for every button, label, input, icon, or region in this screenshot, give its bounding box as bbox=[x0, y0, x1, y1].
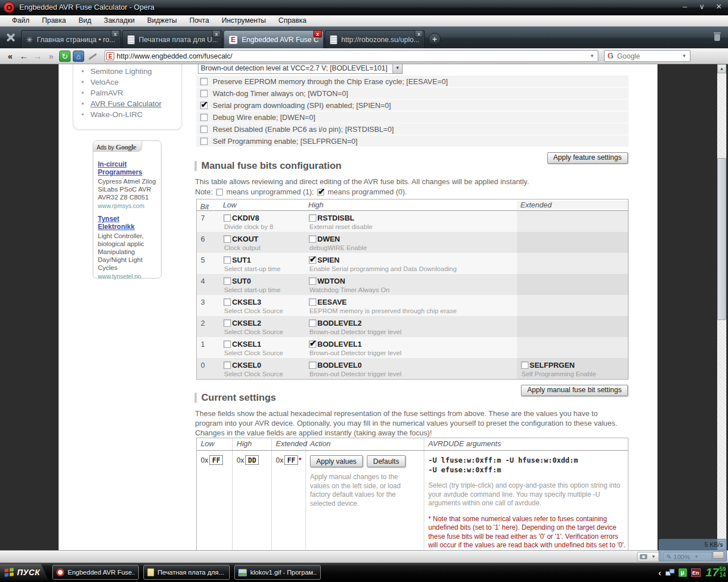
fuse-checkbox-CKOUT[interactable] bbox=[224, 235, 231, 243]
feature-checkbox[interactable] bbox=[200, 78, 208, 85]
tab-3[interactable]: EEngbedded AVR Fuse C...x bbox=[224, 30, 324, 48]
menu-item-Почта[interactable]: Почта bbox=[183, 15, 216, 26]
sidebar-item-label: AVR Fuse Calculator bbox=[90, 98, 162, 109]
apply-values-button[interactable]: Apply values bbox=[310, 455, 363, 467]
search-input[interactable] bbox=[617, 52, 680, 60]
tab-close-icon[interactable]: x bbox=[111, 30, 119, 38]
minimize-button[interactable]: – bbox=[680, 2, 689, 11]
scrollbar-thumb[interactable] bbox=[717, 158, 726, 320]
fuse-checkbox-RSTDISBL[interactable] bbox=[309, 214, 316, 222]
fuse-checkbox-DWEN[interactable] bbox=[309, 235, 316, 243]
closed-tabs-trash-icon[interactable] bbox=[713, 32, 721, 41]
high-fuse-input[interactable] bbox=[245, 455, 259, 465]
language-indicator[interactable]: En bbox=[691, 568, 701, 577]
address-input[interactable] bbox=[117, 52, 588, 60]
extended-fuse-input[interactable] bbox=[284, 455, 298, 465]
menu-item-Правка[interactable]: Правка bbox=[36, 15, 72, 26]
search-field[interactable]: G ▼ bbox=[604, 50, 690, 62]
fuse-name: CKSEL1 bbox=[232, 340, 261, 348]
bullet-icon: • bbox=[81, 66, 90, 77]
address-dropdown-icon[interactable]: ▼ bbox=[588, 53, 597, 59]
restore-button[interactable]: ∨ bbox=[697, 2, 706, 11]
fuse-checkbox-WDTON[interactable] bbox=[309, 277, 316, 285]
current-settings-description: These fields show the actual hexadecimal… bbox=[195, 409, 623, 438]
reload-button[interactable]: ↻ bbox=[59, 51, 71, 62]
menu-item-Закладки[interactable]: Закладки bbox=[98, 15, 141, 26]
fuse-cell: SELFPRGENSelf Programming Enable bbox=[517, 358, 629, 379]
tab-close-icon[interactable]: x bbox=[415, 30, 423, 38]
fuse-checkbox-CKSEL0[interactable] bbox=[224, 361, 231, 369]
fuse-checkbox-SUT0[interactable] bbox=[224, 277, 231, 285]
new-tab-button[interactable]: + bbox=[428, 33, 441, 45]
fuse-checkbox-SUT1[interactable] bbox=[224, 256, 231, 264]
tab-label: http://robozone.su/uplo... bbox=[341, 36, 420, 44]
home-button[interactable]: ⌂ bbox=[73, 51, 84, 62]
bodlevel-select[interactable]: Brown-out detection level at VCC=2.7 V; … bbox=[198, 64, 403, 74]
fuse-name: SELFPRGEN bbox=[530, 361, 574, 369]
ad-title-link[interactable]: In-circuit Programmers bbox=[98, 160, 156, 176]
apply-manual-fuse-bit-settings-button[interactable]: Apply manual fuse bit settings bbox=[521, 385, 628, 396]
feature-checkbox[interactable] bbox=[200, 126, 208, 133]
vertical-scrollbar[interactable]: ▲ ▼ bbox=[717, 64, 726, 550]
chevron-down-icon[interactable]: ▼ bbox=[392, 64, 402, 73]
fuse-row-bit-7: 7CKDIV8Divide clock by 8RSTDISBLExternal… bbox=[197, 211, 628, 232]
tab-close-icon[interactable]: x bbox=[212, 30, 221, 38]
fuse-checkbox-CKSEL3[interactable] bbox=[224, 298, 231, 306]
network-icon[interactable] bbox=[665, 569, 675, 576]
note-pencil-icon[interactable] bbox=[87, 51, 98, 62]
feature-checkbox[interactable] bbox=[200, 138, 208, 145]
fuse-checkbox-BODLEVEL1[interactable] bbox=[309, 340, 316, 348]
address-field[interactable]: E ▼ bbox=[105, 50, 598, 62]
start-button[interactable]: ПУСК bbox=[0, 564, 49, 581]
fuse-checkbox-CKDIV8[interactable] bbox=[224, 214, 231, 222]
ad-title-link[interactable]: Tynset Elektronikk bbox=[98, 215, 156, 231]
fuse-row-bit-4: 4SUT0Select start-up timeWDTONWatchdog T… bbox=[197, 274, 628, 295]
scroll-up-button[interactable]: ▲ bbox=[717, 64, 726, 73]
low-fuse-input[interactable] bbox=[209, 455, 223, 465]
fuse-cell: CKSEL1Select Clock Source bbox=[220, 337, 305, 358]
sidebar-item-Semitone Lighting[interactable]: •Semitone Lighting bbox=[73, 66, 181, 77]
fuse-checkbox-BODLEVEL2[interactable] bbox=[309, 319, 316, 327]
taskbar-button-3[interactable]: klokov1.gif - Програм... bbox=[234, 565, 321, 580]
menu-item-Вид[interactable]: Вид bbox=[72, 15, 98, 26]
close-button[interactable]: ✕ bbox=[714, 2, 723, 11]
fuse-checkbox-SELFPRGEN[interactable] bbox=[521, 361, 528, 369]
sidebar-item-Wake-On-LIRC[interactable]: •Wake-On-LIRC bbox=[73, 109, 181, 120]
search-engine-dropdown-icon[interactable]: ▼ bbox=[680, 53, 689, 59]
sidebar-item-PalmAVR[interactable]: •PalmAVR bbox=[73, 88, 181, 98]
apply-feature-settings-button[interactable]: Apply feature settings bbox=[547, 152, 628, 164]
fast-forward-button[interactable]: » bbox=[44, 51, 58, 61]
tray-expand-icon[interactable]: ‹ bbox=[659, 568, 661, 577]
panels-toggle-button[interactable] bbox=[1, 29, 20, 47]
feature-row: Serial program downloading (SPI) enabled… bbox=[196, 99, 628, 111]
sidebar-item-label: Semitone Lighting bbox=[90, 66, 152, 77]
fuse-checkbox-EESAVE[interactable] bbox=[309, 298, 316, 306]
defaults-button[interactable]: Defaults bbox=[367, 455, 406, 467]
image-toggle-control[interactable]: ▼ bbox=[637, 552, 661, 562]
tab-4[interactable]: http://robozone.su/uplo...x bbox=[325, 30, 425, 48]
feature-checkbox[interactable] bbox=[200, 102, 208, 109]
feature-checkbox[interactable] bbox=[200, 114, 208, 121]
tab-2[interactable]: Печатная плата для U...x bbox=[122, 30, 222, 48]
menu-item-Справка[interactable]: Справка bbox=[272, 15, 313, 26]
menu-item-Файл[interactable]: Файл bbox=[6, 15, 36, 26]
fuse-BODLEVEL1: BODLEVEL1Brown-out Detector trigger leve… bbox=[305, 337, 517, 356]
back-button[interactable]: ← bbox=[17, 51, 31, 61]
tab-close-icon[interactable]: x bbox=[313, 30, 322, 38]
menu-item-Инструменты[interactable]: Инструменты bbox=[216, 15, 272, 26]
taskbar-button-1[interactable]: Engbedded AVR Fuse... bbox=[52, 565, 139, 580]
fuse-checkbox-CKSEL1[interactable] bbox=[224, 340, 231, 348]
tab-1[interactable]: ✳Главная страница • ro...x bbox=[21, 30, 121, 48]
utorrent-icon[interactable]: µ bbox=[679, 568, 687, 577]
fuse-name: SUT0 bbox=[232, 277, 251, 285]
forward-button[interactable]: → bbox=[31, 51, 44, 61]
rewind-button[interactable]: « bbox=[3, 51, 17, 61]
sidebar-item-AVR Fuse Calculator[interactable]: •AVR Fuse Calculator bbox=[73, 98, 181, 109]
menu-item-Виджеты[interactable]: Виджеты bbox=[141, 15, 183, 26]
fuse-checkbox-SPIEN[interactable] bbox=[309, 256, 316, 264]
feature-checkbox[interactable] bbox=[200, 90, 208, 97]
fuse-checkbox-CKSEL2[interactable] bbox=[224, 319, 231, 327]
taskbar-button-2[interactable]: Печатная плата для... bbox=[143, 565, 230, 580]
fuse-checkbox-BODLEVEL0[interactable] bbox=[309, 361, 316, 369]
sidebar-item-VeloAce[interactable]: •VeloAce bbox=[73, 77, 181, 88]
